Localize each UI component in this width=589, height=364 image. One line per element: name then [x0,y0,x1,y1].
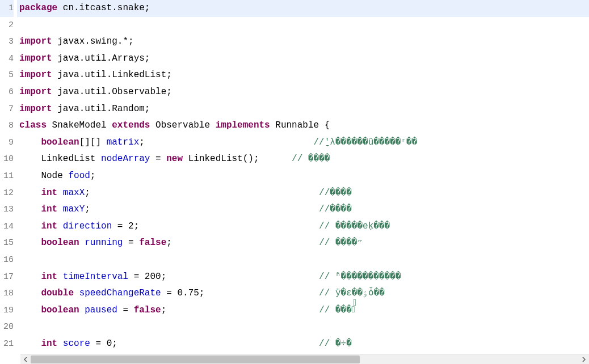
token-plain [19,188,41,198]
token-kw: import [19,70,57,80]
token-plain: ; [85,188,319,198]
line-number: 2 [0,17,14,34]
token-kw: implements [216,120,276,130]
token-kw: false [139,238,166,248]
code-line[interactable]: int timeInterval = 200; // ʱ����������� [17,269,589,286]
token-plain: = [117,305,134,315]
token-field: timeInterval [63,272,128,282]
code-line[interactable]: import java.util.Observable; [17,84,589,101]
code-line[interactable]: LinkedList nodeArray = new LinkedList();… [17,151,589,168]
code-line[interactable]: import javax.swing.*; [17,33,589,50]
code-line[interactable]: class SnakeModel extends Observable impl… [17,117,589,134]
token-kw: import [19,104,57,114]
token-field: direction [63,221,112,231]
token-field: matrix [107,137,140,147]
token-field: maxX [63,188,85,198]
token-kw: int [41,338,57,349]
token-field: paused [85,305,117,315]
line-number: 19 [0,302,14,319]
line-number: 10 [0,151,14,168]
token-comment: // ʱ����������� [319,272,401,282]
token-plain [57,272,63,282]
code-line[interactable] [17,252,589,269]
code-editor[interactable]: 123456789101112131415161718192021 packag… [0,0,589,353]
token-plain [19,204,41,214]
token-plain: LinkedList [19,154,101,164]
line-number: 4 [0,50,14,67]
code-line[interactable] [17,17,589,34]
line-number: 17 [0,269,14,286]
token-kw: boolean [41,238,79,248]
token-kw: import [19,87,57,97]
horizontal-scrollbar[interactable] [20,354,589,364]
token-field: score [63,338,90,349]
code-line[interactable]: boolean[][] matrix; //ָ'λ������û�����ʳ�� [17,134,589,151]
line-number: 21 [0,336,14,353]
line-number: 15 [0,235,14,252]
token-plain [19,288,41,298]
code-line[interactable]: Node food; [17,168,589,185]
token-plain: = 0; [90,338,319,349]
token-kw: int [41,272,57,282]
token-plain: ; [139,137,313,147]
code-line[interactable]: int direction = 2; // �����еķ��� [17,218,589,235]
line-number: 7 [0,101,14,118]
scroll-right-button[interactable] [579,354,589,365]
token-comment: //ָ'λ������û�����ʳ�� [314,137,418,147]
token-plain: Observable [155,120,216,130]
code-line[interactable]: int maxY; //���� [17,201,589,218]
token-plain [19,305,41,315]
token-plain: ; [85,204,319,214]
code-line[interactable]: int score = 0; // �÷� [17,336,589,353]
token-kw: package [19,3,63,13]
code-line[interactable]: boolean paused = false; // ����ͣ [17,302,589,319]
token-kw: double [41,288,74,298]
token-plain [57,188,63,198]
scroll-track[interactable] [31,354,579,365]
code-line[interactable]: boolean running = false; // ����״ [17,235,589,252]
code-line[interactable]: import java.util.Arrays; [17,50,589,67]
code-line[interactable]: import java.util.LinkedList; [17,67,589,84]
token-comment: // �����еķ��� [319,221,390,231]
token-plain: ; [161,305,319,315]
token-plain [79,238,85,248]
token-plain [19,272,41,282]
line-number: 5 [0,67,14,84]
token-plain [74,288,79,298]
token-comment: // �÷� [319,338,352,349]
line-number: 16 [0,252,14,269]
token-plain: javax.swing.*; [57,36,133,46]
token-kw: import [19,36,57,46]
code-line[interactable]: package cn.itcast.snake; [17,0,589,17]
code-line[interactable]: double speedChangeRate = 0.75; // ÿ�ε��ٶ… [17,285,589,302]
token-kw: extends [112,120,155,130]
token-plain: Node [19,171,68,181]
code-line[interactable]: import java.util.Random; [17,101,589,118]
token-field: nodeArray [101,154,150,164]
scroll-left-button[interactable] [20,354,31,365]
token-plain: java.util.LinkedList; [57,70,172,80]
token-plain: = 2; [112,221,319,231]
token-field: maxY [63,204,85,214]
token-kw: boolean [41,137,79,147]
token-plain: ; [166,238,319,248]
code-area[interactable]: package cn.itcast.snake;import javax.swi… [17,0,589,353]
token-kw: class [19,120,52,130]
token-comment: // ����״ [319,238,363,248]
line-number: 11 [0,168,14,185]
token-plain [19,221,41,231]
token-plain: java.util.Arrays; [57,53,150,64]
scroll-thumb[interactable] [31,355,360,363]
token-plain [19,137,41,147]
line-number: 1 [0,0,14,17]
line-number: 12 [0,185,14,202]
code-line[interactable]: int maxX; //���� [17,185,589,202]
line-number: 3 [0,33,14,50]
token-plain: [][] [79,137,107,147]
code-line[interactable] [17,319,589,336]
token-plain: = 200; [128,272,319,282]
token-plain: = 0.75; [161,288,319,298]
token-field: running [85,238,123,248]
token-plain: java.util.Observable; [57,87,172,97]
line-number: 8 [0,117,14,134]
